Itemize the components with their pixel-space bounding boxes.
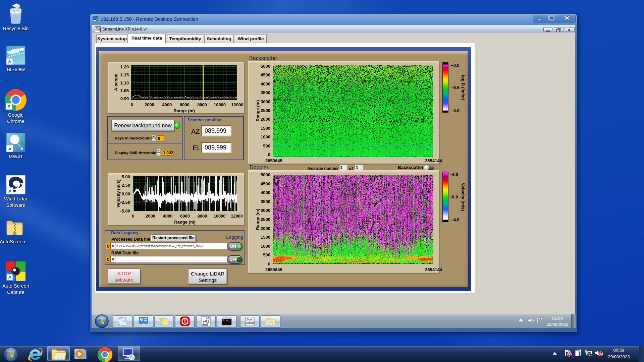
svg-text:Scan: Scan bbox=[247, 318, 253, 321]
svg-text:sched: sched bbox=[246, 321, 254, 324]
svg-text:C:\>_: C:\>_ bbox=[223, 319, 230, 322]
svg-text:XR: XR bbox=[206, 317, 210, 320]
